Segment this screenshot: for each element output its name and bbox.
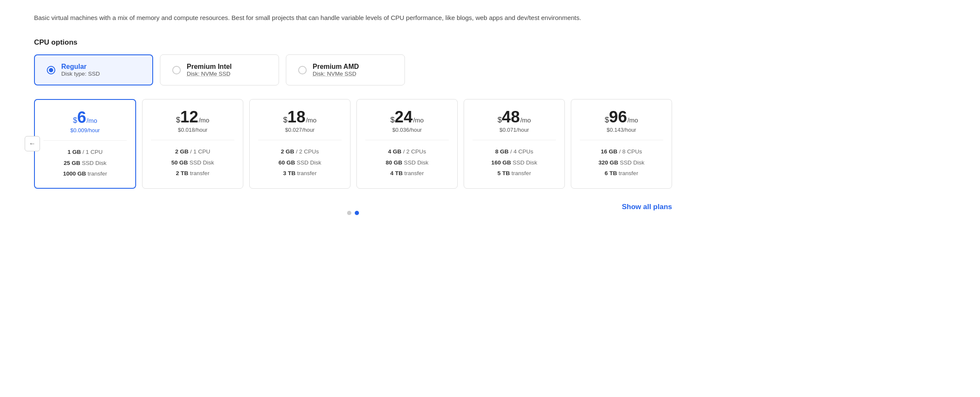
spec-rest-plan-96-0: / 8 CPUs <box>618 148 642 155</box>
prev-arrow[interactable]: ← <box>25 136 40 151</box>
plans-wrapper: ← $6/mo$0.009/hour1 GB / 1 CPU25 GB SSD … <box>34 99 672 189</box>
pagination-dots <box>347 211 359 215</box>
description-text: Basic virtual machines with a mix of mem… <box>34 13 630 23</box>
price-number-plan-6: 6 <box>77 109 86 125</box>
price-dollar-plan-96: $ <box>605 116 609 125</box>
spec-bold-plan-6-0: 1 GB <box>68 149 81 155</box>
cpu-option-name-premium-amd: Premium AMD <box>313 63 359 71</box>
plan-card-plan-24[interactable]: $24/mo$0.036/hour4 GB / 2 CPUs80 GB SSD … <box>356 99 458 189</box>
cpu-options-title: CPU options <box>34 38 946 47</box>
price-row-plan-12: $12/mo <box>151 109 234 125</box>
spec-bold-plan-96-1: 320 GB <box>598 159 618 166</box>
spec-bold-plan-12-1: 50 GB <box>171 159 188 166</box>
plan-specs-plan-12: 2 GB / 1 CPU50 GB SSD Disk2 TB transfer <box>151 146 234 179</box>
radio-circle-premium-intel <box>172 66 181 74</box>
plan-card-plan-6[interactable]: $6/mo$0.009/hour1 GB / 1 CPU25 GB SSD Di… <box>34 99 136 189</box>
spec-bold-plan-24-0: 4 GB <box>388 148 402 155</box>
spec-line-plan-18-1: 60 GB SSD Disk <box>258 157 342 168</box>
price-dollar-plan-6: $ <box>73 116 77 125</box>
price-row-plan-96: $96/mo <box>580 109 663 125</box>
plan-specs-plan-18: 2 GB / 2 CPUs60 GB SSD Disk3 TB transfer <box>258 146 342 179</box>
spec-line-plan-12-0: 2 GB / 1 CPU <box>151 146 234 157</box>
spec-bold-plan-6-2: 1000 GB <box>63 170 86 177</box>
spec-line-plan-96-1: 320 GB SSD Disk <box>580 157 663 168</box>
spec-rest-plan-12-2: transfer <box>188 170 210 176</box>
cpu-option-name-premium-intel: Premium Intel <box>187 63 232 71</box>
cpu-option-text-premium-intel: Premium IntelDisk: NVMe SSD <box>187 63 232 77</box>
pagination-dot-1[interactable] <box>355 211 359 215</box>
plan-card-plan-48[interactable]: $48/mo$0.071/hour8 GB / 4 CPUs160 GB SSD… <box>464 99 565 189</box>
spec-line-plan-18-0: 2 GB / 2 CPUs <box>258 146 342 157</box>
price-row-plan-24: $24/mo <box>365 109 449 125</box>
price-period-plan-18: /mo <box>306 116 316 124</box>
cpu-option-name-regular: Regular <box>61 63 100 71</box>
price-hourly-plan-48: $0.071/hour <box>473 127 556 133</box>
price-period-plan-96: /mo <box>627 116 638 124</box>
spec-rest-plan-24-1: SSD Disk <box>402 159 429 166</box>
spec-rest-plan-24-2: transfer <box>403 170 424 176</box>
pagination-dot-0[interactable] <box>347 211 351 215</box>
plan-specs-plan-24: 4 GB / 2 CPUs80 GB SSD Disk4 TB transfer <box>365 146 449 179</box>
spec-bold-plan-48-2: 5 TB <box>498 170 510 176</box>
price-row-plan-48: $48/mo <box>473 109 556 125</box>
plan-divider-plan-96 <box>580 140 663 140</box>
spec-bold-plan-48-1: 160 GB <box>491 159 511 166</box>
price-hourly-plan-96: $0.143/hour <box>580 127 663 133</box>
spec-rest-plan-18-0: / 2 CPUs <box>294 148 319 155</box>
cpu-option-regular[interactable]: RegularDisk type: SSD <box>34 54 153 85</box>
price-dollar-plan-24: $ <box>390 116 395 125</box>
plan-card-plan-18[interactable]: $18/mo$0.027/hour2 GB / 2 CPUs60 GB SSD … <box>249 99 350 189</box>
spec-bold-plan-18-2: 3 TB <box>283 170 296 176</box>
price-dollar-plan-12: $ <box>176 116 180 125</box>
plan-specs-plan-96: 16 GB / 8 CPUs320 GB SSD Disk6 TB transf… <box>580 146 663 179</box>
price-period-plan-24: /mo <box>413 116 424 124</box>
spec-line-plan-48-2: 5 TB transfer <box>473 168 556 179</box>
spec-line-plan-18-2: 3 TB transfer <box>258 168 342 179</box>
plan-card-plan-96[interactable]: $96/mo$0.143/hour16 GB / 8 CPUs320 GB SS… <box>571 99 672 189</box>
spec-line-plan-96-0: 16 GB / 8 CPUs <box>580 146 663 157</box>
spec-line-plan-6-2: 1000 GB transfer <box>43 168 127 179</box>
spec-line-plan-48-0: 8 GB / 4 CPUs <box>473 146 556 157</box>
price-row-plan-18: $18/mo <box>258 109 342 125</box>
spec-bold-plan-24-1: 80 GB <box>386 159 402 166</box>
price-hourly-plan-12: $0.018/hour <box>151 127 234 133</box>
spec-bold-plan-96-0: 16 GB <box>601 148 618 155</box>
radio-circle-premium-amd <box>298 66 307 74</box>
cpu-option-disk-regular: Disk type: SSD <box>61 71 100 77</box>
cpu-option-disk-premium-amd: Disk: NVMe SSD <box>313 71 359 77</box>
plan-card-plan-12[interactable]: $12/mo$0.018/hour2 GB / 1 CPU50 GB SSD D… <box>142 99 243 189</box>
spec-line-plan-6-1: 25 GB SSD Disk <box>43 158 127 169</box>
price-period-plan-48: /mo <box>520 116 531 124</box>
spec-rest-plan-18-2: transfer <box>296 170 317 176</box>
plans-row: $6/mo$0.009/hour1 GB / 1 CPU25 GB SSD Di… <box>34 99 672 189</box>
spec-line-plan-96-2: 6 TB transfer <box>580 168 663 179</box>
spec-rest-plan-18-1: SSD Disk <box>295 159 322 166</box>
cpu-option-premium-amd[interactable]: Premium AMDDisk: NVMe SSD <box>286 54 405 85</box>
spec-line-plan-24-2: 4 TB transfer <box>365 168 449 179</box>
cpu-option-text-regular: RegularDisk type: SSD <box>61 63 100 77</box>
spec-rest-plan-6-2: transfer <box>86 170 107 177</box>
radio-circle-regular <box>47 66 55 74</box>
spec-bold-plan-12-2: 2 TB <box>176 170 188 176</box>
cpu-option-premium-intel[interactable]: Premium IntelDisk: NVMe SSD <box>160 54 279 85</box>
spec-line-plan-6-0: 1 GB / 1 CPU <box>43 147 127 158</box>
spec-rest-plan-24-0: / 2 CPUs <box>402 148 426 155</box>
spec-line-plan-12-1: 50 GB SSD Disk <box>151 157 234 168</box>
spec-line-plan-24-1: 80 GB SSD Disk <box>365 157 449 168</box>
spec-bold-plan-18-0: 2 GB <box>281 148 294 155</box>
plan-divider-plan-48 <box>473 140 556 140</box>
spec-line-plan-12-2: 2 TB transfer <box>151 168 234 179</box>
plan-divider-plan-12 <box>151 140 234 140</box>
show-all-plans-button[interactable]: Show all plans <box>622 203 672 211</box>
price-dollar-plan-18: $ <box>283 116 288 125</box>
price-hourly-plan-6: $0.009/hour <box>43 127 127 133</box>
price-dollar-plan-48: $ <box>498 116 502 125</box>
spec-rest-plan-48-1: SSD Disk <box>511 159 538 166</box>
spec-rest-plan-6-1: SSD Disk <box>80 160 107 166</box>
radio-inner-regular <box>49 68 53 72</box>
spec-rest-plan-48-0: / 4 CPUs <box>509 148 533 155</box>
spec-line-plan-48-1: 160 GB SSD Disk <box>473 157 556 168</box>
spec-rest-plan-12-0: / 1 CPU <box>188 148 210 155</box>
plan-specs-plan-48: 8 GB / 4 CPUs160 GB SSD Disk5 TB transfe… <box>473 146 556 179</box>
plan-divider-plan-18 <box>258 140 342 140</box>
